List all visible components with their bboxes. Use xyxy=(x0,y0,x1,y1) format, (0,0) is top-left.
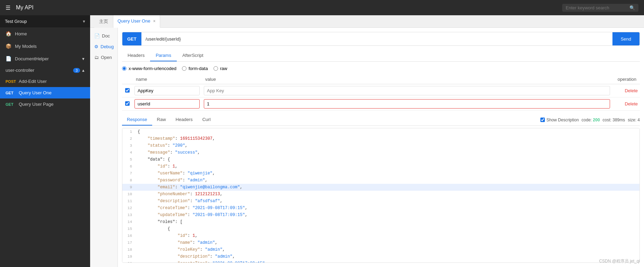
tabs-bar: 主页 Query User One × xyxy=(90,15,644,28)
api-label: Query User One xyxy=(19,90,52,95)
url-bar: GET Send xyxy=(122,32,640,46)
code-line: 18 "roleKey": "admin", xyxy=(122,246,639,253)
sidebar-item-label: DocumentHelper xyxy=(15,56,49,61)
sidebar-api-query-user-page[interactable]: GET Query User Page xyxy=(0,98,90,110)
param-value-input[interactable] xyxy=(204,86,610,95)
tab-home[interactable]: 主页 xyxy=(94,15,113,28)
code-line: 13 "updateTime": "2021-09-08T17:09:15", xyxy=(122,212,639,218)
line-content: "createTime": "2021-09-08T17:09:15", xyxy=(135,205,639,212)
sidebar-section-user-controller[interactable]: user-controller 3 ▴ xyxy=(0,65,90,76)
sidebar-item-label: Home xyxy=(15,31,27,36)
left-panel-label: Debug xyxy=(101,44,114,49)
sidebar-api-add-edit-user[interactable]: POST Add-Edit User xyxy=(0,76,90,87)
method-get-label: GET xyxy=(6,102,19,106)
sub-tab-headers[interactable]: Headers xyxy=(122,50,150,61)
line-number: 5 xyxy=(122,156,135,163)
line-content: "status": "200", xyxy=(135,142,639,149)
sub-tab-params[interactable]: Params xyxy=(150,50,177,61)
row-checkbox[interactable] xyxy=(125,101,130,106)
left-panel-doc[interactable]: 📄 Doc xyxy=(90,31,118,41)
response-size: 4 xyxy=(637,118,640,122)
radio-urlencoded[interactable]: x-www-form-urlencoded xyxy=(122,66,176,71)
search-input[interactable] xyxy=(566,5,627,10)
code-line: 9 "email": "qiwenjie@bailongma.com", xyxy=(122,184,639,191)
line-number: 8 xyxy=(122,177,135,184)
url-input[interactable] xyxy=(141,32,612,45)
sidebar-item-home[interactable]: 🏠 Home xyxy=(0,27,90,40)
response-code: 200 xyxy=(593,118,600,122)
code-line: 8 "password": "admin", xyxy=(122,177,639,184)
code-line: 19 "description": "admin", xyxy=(122,253,639,260)
response-tab-response[interactable]: Response xyxy=(122,114,152,126)
line-number: 19 xyxy=(122,253,135,260)
sidebar-item-mymodels[interactable]: 📦 My Models xyxy=(0,40,90,52)
code-line: 6 "id": 1, xyxy=(122,163,639,170)
line-content: "updateTime": "2021-09-08T17:09:15", xyxy=(135,212,639,218)
api-label: Add-Edit User xyxy=(19,79,47,84)
col-value: value xyxy=(202,75,612,84)
line-content: { xyxy=(135,225,639,232)
code-line: 15 { xyxy=(122,225,639,232)
chevron-down-icon: ▾ xyxy=(83,19,85,24)
document-icon: 📄 xyxy=(6,56,11,61)
param-value-input[interactable] xyxy=(204,99,610,109)
code-line: 10 "phoneNumber": 1212121213, xyxy=(122,191,639,198)
response-tab-headers[interactable]: Headers xyxy=(171,114,198,126)
code-line: 2 "timestamp": 1691115342307, xyxy=(122,135,639,142)
delete-button[interactable]: Delete xyxy=(625,101,638,106)
sidebar-item-documenthelper[interactable]: 📄 DocumentHelper ▾ xyxy=(0,52,90,65)
response-tab-curl[interactable]: Curl xyxy=(198,114,216,126)
line-content: "description": "admin", xyxy=(135,253,639,260)
row-checkbox[interactable] xyxy=(125,88,130,93)
controller-badge: 3 xyxy=(73,68,80,73)
code-line: 4 "message": "success", xyxy=(122,149,639,156)
line-number: 10 xyxy=(122,191,135,198)
line-number: 18 xyxy=(122,246,135,253)
col-checkbox xyxy=(122,75,132,84)
sub-tab-afterscript[interactable]: AfterScript xyxy=(177,50,209,61)
line-number: 20 xyxy=(122,260,135,263)
code-line: 20 "createTime": "2021-09-08T17:09:15", xyxy=(122,260,639,263)
col-name: name xyxy=(132,75,202,84)
line-content: "userName": "qiwenjie", xyxy=(135,170,639,177)
param-name-input[interactable] xyxy=(134,99,200,109)
line-content: "phoneNumber": 1212121213, xyxy=(135,191,639,198)
line-number: 14 xyxy=(122,218,135,225)
line-content: "data": { xyxy=(135,156,639,163)
line-number: 16 xyxy=(122,232,135,239)
line-content: "message": "success", xyxy=(135,149,639,156)
show-description-checkbox[interactable]: Show Description xyxy=(540,118,578,122)
arrow-icon: ▾ xyxy=(82,56,85,61)
send-button[interactable]: Send xyxy=(612,32,639,45)
param-name-input[interactable] xyxy=(134,86,200,95)
line-content: "id": 1, xyxy=(135,232,639,239)
response-tab-raw[interactable]: Raw xyxy=(152,114,171,126)
line-content: "email": "qiwenjie@bailongma.com", xyxy=(135,184,639,191)
tab-query-user-one[interactable]: Query User One × xyxy=(113,15,160,28)
delete-button[interactable]: Delete xyxy=(625,88,638,93)
close-icon[interactable]: × xyxy=(153,19,156,24)
radio-formdata[interactable]: form-data xyxy=(182,66,208,71)
code-line: 17 "name": "admin", xyxy=(122,239,639,246)
left-panel-label: Open xyxy=(101,55,112,60)
params-type-row: x-www-form-urlencoded form-data raw xyxy=(122,66,640,71)
response-cost: 389ms xyxy=(612,118,625,122)
radio-raw[interactable]: raw xyxy=(214,66,227,71)
left-panel: 📄 Doc ⚙ Debug 🗂 Open xyxy=(90,28,118,267)
content-area: 📄 Doc ⚙ Debug 🗂 Open GET Send xyxy=(90,28,644,267)
sidebar-api-query-user-one[interactable]: GET Query User One xyxy=(0,87,90,98)
params-table: name value operation Delete xyxy=(122,75,640,111)
group-selector[interactable]: Test Group ▾ xyxy=(0,15,90,27)
top-bar: ☰ My API 🔍 xyxy=(0,0,644,15)
line-content: "id": 1, xyxy=(135,163,639,170)
line-content: "description": "afsdfsaf", xyxy=(135,198,639,205)
search-box[interactable]: 🔍 xyxy=(562,4,638,12)
left-panel-debug[interactable]: ⚙ Debug xyxy=(90,41,118,52)
line-number: 1 xyxy=(122,128,135,135)
menu-icon[interactable]: ☰ xyxy=(6,5,10,11)
method-get-label: GET xyxy=(6,91,19,95)
debug-icon: ⚙ xyxy=(94,44,98,49)
line-content: "password": "admin", xyxy=(135,177,639,184)
expand-icon: ▴ xyxy=(82,68,85,73)
left-panel-open[interactable]: 🗂 Open xyxy=(90,52,118,63)
